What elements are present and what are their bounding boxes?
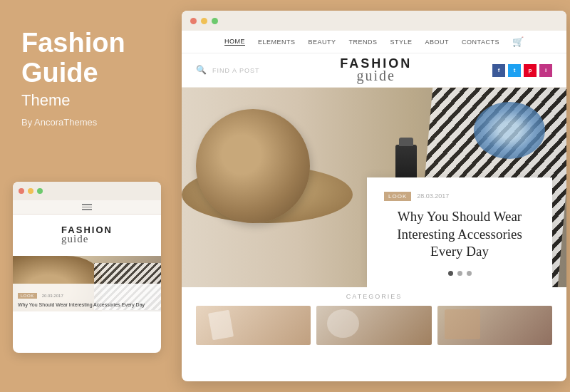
categories-section: CATEGORIES	[182, 287, 566, 351]
search-input[interactable]: FIND A POST	[212, 67, 260, 74]
hero-hat	[196, 109, 310, 223]
hero-necklace	[474, 102, 545, 159]
social-buttons: f t p i	[492, 64, 552, 77]
main-navigation: HOME ELEMENTS BEAUTY TRENDS STYLE ABOUT …	[182, 31, 566, 53]
app-author: By AncoraThemes	[21, 117, 155, 128]
mini-browser-bar	[13, 182, 161, 200]
mini-article-title: Why You Should Wear Interesting Accessor…	[18, 301, 156, 308]
main-minimize-dot	[201, 18, 207, 24]
mini-article-date: 20.03.2017	[42, 294, 63, 298]
app-subtitle: Theme	[21, 91, 155, 110]
main-browser-bar	[182, 11, 566, 31]
categories-label: CATEGORIES	[196, 293, 552, 300]
hero-section: LOOK 28.03.2017 Why You Should Wear Inte…	[182, 88, 566, 287]
hero-article-card: LOOK 28.03.2017 Why You Should Wear Inte…	[367, 177, 552, 287]
pinterest-button[interactable]: p	[524, 64, 537, 77]
instagram-button[interactable]: i	[539, 64, 552, 77]
app-title: Fashion Guide	[21, 29, 155, 88]
category-thumb-3[interactable]	[437, 306, 552, 345]
mini-minimize-dot	[28, 188, 33, 194]
left-panel: Fashion Guide Theme By AncoraThemes FASH…	[0, 0, 177, 392]
category-image-2	[316, 306, 431, 345]
cart-icon[interactable]: 🛒	[512, 36, 524, 48]
nav-elements[interactable]: ELEMENTS	[258, 38, 296, 46]
category-thumb-2[interactable]	[316, 306, 431, 345]
nav-home[interactable]: HOME	[224, 38, 245, 46]
twitter-button[interactable]: t	[508, 64, 521, 77]
mini-hamburger-icon	[82, 204, 92, 210]
mini-look-badge: LOOK	[18, 293, 37, 299]
nav-about[interactable]: ABOUT	[425, 38, 450, 46]
main-maximize-dot	[212, 18, 218, 24]
mini-hero-image: LOOK 20.03.2017 Why You Should Wear Inte…	[13, 256, 161, 311]
nav-contacts[interactable]: CONTACTS	[462, 38, 499, 46]
mini-close-dot	[19, 188, 24, 194]
search-area[interactable]: 🔍 FIND A POST	[196, 65, 260, 76]
nav-style[interactable]: STYLE	[390, 38, 413, 46]
carousel-dot-3[interactable]	[467, 271, 472, 276]
card-meta: LOOK 28.03.2017	[384, 192, 535, 201]
mini-maximize-dot	[37, 188, 43, 194]
categories-grid	[196, 306, 552, 345]
main-header: 🔍 FIND A POST FASHION guide f t p i	[182, 53, 566, 88]
header-logo: FASHION guide	[340, 57, 412, 84]
card-date: 28.03.2017	[417, 192, 449, 200]
nav-beauty[interactable]: BEAUTY	[309, 38, 336, 46]
main-close-dot	[190, 18, 197, 24]
mini-logo-area: FASHION guide	[13, 215, 161, 256]
mini-article-overlay: LOOK 20.03.2017 Why You Should Wear Inte…	[13, 284, 161, 311]
category-image-3	[437, 306, 552, 345]
carousel-dot-1[interactable]	[448, 271, 453, 276]
carousel-dot-2[interactable]	[457, 271, 462, 276]
mini-browser-preview: FASHION guide LOOK 20.03.2017 Why You Sh…	[13, 182, 161, 353]
category-image-1	[196, 306, 311, 345]
facebook-button[interactable]: f	[492, 64, 505, 77]
mini-nav	[13, 200, 161, 215]
search-icon: 🔍	[196, 65, 207, 76]
category-thumb-1[interactable]	[196, 306, 311, 345]
carousel-dots	[384, 271, 535, 276]
card-title: Why You Should Wear Interesting Accessor…	[384, 208, 535, 261]
look-badge: LOOK	[384, 192, 411, 201]
main-browser: HOME ELEMENTS BEAUTY TRENDS STYLE ABOUT …	[182, 11, 566, 381]
nav-trends[interactable]: TRENDS	[349, 38, 378, 46]
